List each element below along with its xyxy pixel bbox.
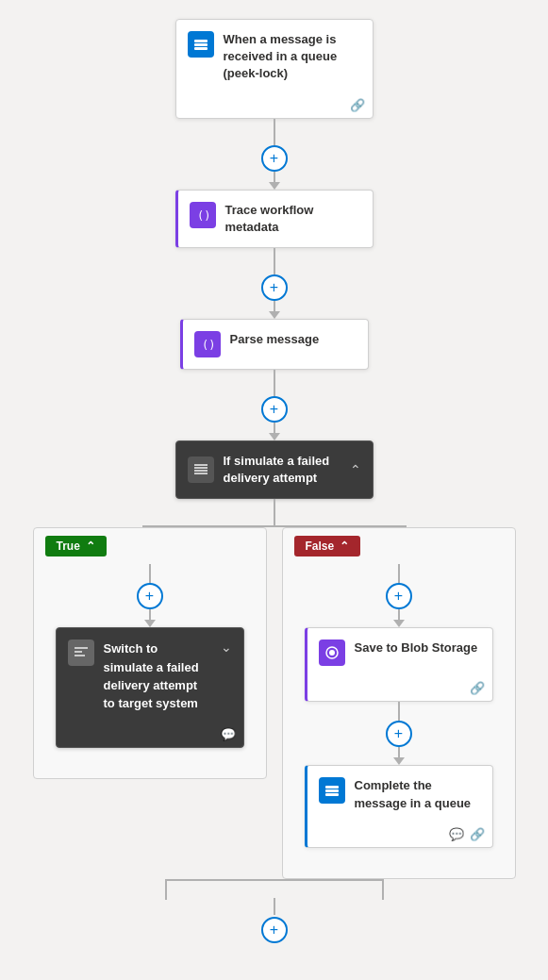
add-false-2[interactable]: +	[386, 721, 412, 747]
complete-link-icon: 🔗	[470, 827, 485, 841]
svg-text:(): ()	[197, 209, 210, 223]
arrow-3	[269, 433, 280, 440]
svg-point-13	[329, 650, 335, 656]
connector-bottom: +	[261, 917, 288, 943]
parse-icon: ()	[194, 331, 221, 357]
switch-collapse-btn[interactable]: ⌄	[221, 639, 232, 655]
vline	[274, 119, 275, 145]
complete-footer: 💬 🔗	[307, 823, 492, 847]
false-branch-header: False ⌃	[283, 528, 515, 564]
svg-rect-15	[325, 789, 339, 792]
trigger-card[interactable]: When a message is received in a queue (p…	[175, 19, 374, 119]
condition-card[interactable]: If simulate a failed delivery attempt ⌃	[175, 440, 374, 499]
add-step-2[interactable]: +	[261, 274, 288, 301]
blob-title: Save to Blob Storage	[355, 639, 478, 656]
switch-card[interactable]: Switch to simulate a failed delivery att…	[56, 627, 244, 748]
arrow-f1	[393, 620, 405, 627]
arrow-f2	[393, 757, 405, 765]
svg-rect-5	[194, 464, 208, 466]
switch-comment-icon: 💬	[221, 727, 236, 741]
hmerge-line	[165, 879, 384, 881]
vline-t1	[149, 564, 151, 583]
queue-icon	[188, 31, 214, 58]
arrow-1	[269, 182, 280, 190]
condition-title: If simulate a failed delivery attempt	[224, 453, 340, 487]
trace-title: Trace workflow metadata	[225, 202, 361, 236]
branches-row: True ⌃ +	[10, 527, 539, 878]
true-branch-label[interactable]: True ⌃	[45, 536, 107, 556]
trigger-title: When a message is received in a queue (p…	[224, 31, 361, 83]
complete-title: Complete the message in a queue	[355, 777, 481, 811]
switch-title: Switch to simulate a failed delivery att…	[104, 641, 199, 710]
add-step-3[interactable]: +	[261, 396, 288, 423]
svg-rect-6	[194, 467, 208, 469]
parse-title: Parse message	[230, 331, 320, 348]
svg-rect-7	[194, 470, 208, 472]
false-connector-2: +	[386, 702, 412, 765]
arrow-t1	[144, 620, 156, 627]
blob-storage-card[interactable]: Save to Blob Storage 🔗	[305, 627, 493, 702]
svg-rect-8	[194, 473, 208, 474]
complete-queue-card[interactable]: Complete the message in a queue 💬 🔗	[305, 765, 493, 847]
vmerge-left	[165, 879, 167, 900]
vline-f2	[398, 702, 400, 721]
condition-icon	[188, 457, 214, 483]
blob-icon	[319, 639, 345, 666]
vline3	[274, 370, 275, 396]
svg-rect-2	[194, 47, 208, 50]
trigger-link-icon: 🔗	[350, 98, 365, 112]
vline2	[274, 248, 275, 274]
true-branch-panel: True ⌃ +	[33, 527, 267, 779]
arrow-2	[269, 311, 280, 319]
switch-footer: 💬	[57, 723, 243, 747]
svg-rect-10	[75, 651, 82, 653]
vline-f1	[398, 564, 400, 583]
true-branch-header: True ⌃	[34, 528, 266, 564]
trace-card[interactable]: () Trace workflow metadata	[175, 190, 374, 248]
parse-card[interactable]: () Parse message	[180, 319, 369, 370]
svg-rect-14	[325, 786, 339, 789]
vmerge-right	[382, 879, 384, 900]
false-branch-label[interactable]: False ⌃	[294, 536, 361, 556]
false-collapse-icon: ⌃	[340, 540, 349, 553]
svg-rect-11	[75, 655, 85, 656]
workflow-canvas: When a message is received in a queue (p…	[0, 0, 548, 980]
switch-content: Switch to simulate a failed delivery att…	[104, 639, 211, 712]
add-false-1[interactable]: +	[386, 583, 412, 609]
vmerge-center	[274, 898, 275, 915]
false-connector-1: +	[386, 564, 412, 627]
connector-1: +	[261, 119, 288, 190]
true-collapse-icon: ⌃	[86, 540, 95, 553]
complete-icon	[319, 777, 345, 804]
blob-link-icon: 🔗	[470, 681, 485, 695]
add-step-1[interactable]: +	[261, 145, 288, 172]
svg-rect-16	[325, 793, 339, 796]
true-connector-1: +	[137, 564, 163, 627]
connector-2: +	[261, 248, 288, 319]
blob-footer: 🔗	[307, 677, 492, 701]
svg-rect-9	[75, 647, 88, 649]
svg-rect-1	[194, 43, 208, 46]
svg-text:(): ()	[202, 339, 215, 352]
add-step-bottom[interactable]: +	[261, 917, 288, 943]
vsplit-center	[274, 499, 275, 527]
condition-collapse-btn[interactable]: ⌃	[350, 462, 361, 477]
complete-comment-icon: 💬	[449, 827, 464, 841]
svg-rect-0	[194, 40, 208, 42]
add-true-1[interactable]: +	[137, 583, 163, 609]
connector-3: +	[261, 370, 288, 440]
trace-icon: ()	[190, 202, 216, 228]
switch-icon	[68, 639, 94, 666]
false-branch-panel: False ⌃ +	[282, 527, 516, 878]
